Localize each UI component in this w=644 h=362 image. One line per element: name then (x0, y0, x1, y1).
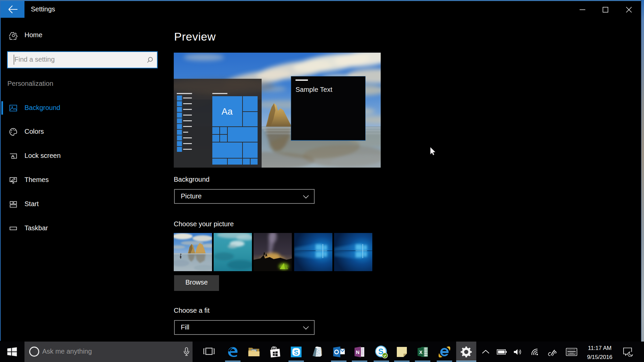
svg-text:X: X (419, 350, 422, 355)
svg-text:N: N (356, 349, 360, 355)
svg-text:Aa: Aa (221, 107, 233, 117)
svg-text:Sample Text: Sample Text (296, 86, 332, 93)
svg-text:S: S (294, 348, 298, 356)
